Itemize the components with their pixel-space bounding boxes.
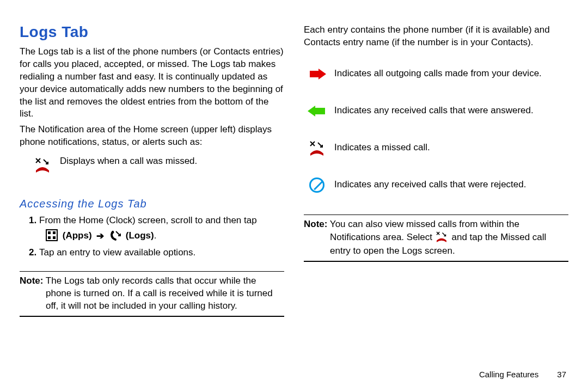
svg-rect-1 (48, 231, 51, 234)
note-divider-bottom (20, 316, 284, 317)
page-footer: Calling Features 37 (479, 369, 566, 380)
intro-paragraphs: The Logs tab is a list of the phone numb… (20, 46, 284, 152)
note-mid-a: Notifications area. Select (330, 232, 435, 242)
manual-page: Logs Tab The Logs tab is a list of the p… (0, 0, 588, 392)
received-text: Indicates any received calls that were a… (334, 105, 534, 117)
svg-rect-4 (53, 236, 56, 239)
left-column: Logs Tab The Logs tab is a list of the p… (20, 22, 284, 379)
paragraph: The Logs tab is a list of the phone numb… (20, 46, 284, 121)
outgoing-text: Indicates all outgoing calls made from y… (334, 68, 542, 80)
svg-rect-2 (53, 231, 56, 234)
missed-call-notification-row: Displays when a call was missed. (33, 155, 284, 175)
rejected-row: Indicates any received calls that were r… (307, 175, 568, 195)
section-heading: Logs Tab (20, 22, 284, 42)
apps-icon (46, 229, 60, 243)
note-block: Note: You can also view missed calls fro… (304, 218, 568, 258)
rejected-text: Indicates any received calls that were r… (334, 179, 526, 191)
right-column: Each entry contains the phone number (if… (304, 22, 568, 379)
svg-rect-3 (48, 236, 51, 239)
step-2: Tap an entry to view available options. (39, 247, 284, 259)
note-block: Note: The Logs tab only records calls th… (20, 275, 284, 313)
note-divider-top (20, 271, 284, 272)
missed-text: Indicates a missed call. (334, 142, 430, 154)
page-number: 37 (557, 370, 566, 379)
note-body: phone is turned on. If a call is receive… (46, 287, 284, 313)
note-first-line: The Logs tab only records calls that occ… (43, 275, 256, 286)
note-label: Note: (304, 219, 327, 229)
period: . (154, 231, 157, 241)
note-mid-line: Notifications area. Select and tap the M… (330, 231, 568, 245)
received-row: Indicates any received calls that were a… (307, 101, 568, 121)
logs-label: (Logs) (126, 231, 154, 241)
steps-list: From the Home (Clock) screen, scroll to … (39, 215, 284, 262)
missed-call-icon (435, 231, 449, 245)
note-first-line: You can also view missed calls from with… (327, 219, 519, 229)
right-intro: Each entry contains the phone number (if… (304, 24, 568, 49)
note-divider-bottom (304, 261, 568, 262)
paragraph: The Notification area of the Home screen… (20, 124, 284, 149)
note-last-line: entry to open the Logs screen. (330, 245, 568, 258)
subsection-heading: Accessing the Logs Tab (20, 197, 284, 211)
step-1: From the Home (Clock) screen, scroll to … (39, 215, 284, 243)
apps-label: (Apps) (63, 231, 92, 241)
missed-call-description: Displays when a call was missed. (60, 155, 197, 168)
note-mid-b: and tap the Missed call (452, 232, 547, 242)
note-label: Note: (20, 275, 43, 286)
rejected-icon (307, 175, 327, 195)
received-arrow-icon (307, 101, 327, 121)
note-divider-top (304, 215, 568, 215)
missed-call-icon (307, 138, 327, 158)
missed-call-icon (33, 155, 52, 175)
outgoing-row: Indicates all outgoing calls made from y… (307, 64, 568, 84)
missed-row: Indicates a missed call. (307, 138, 568, 158)
arrow-icon: ➔ (96, 231, 104, 241)
logs-icon (109, 229, 123, 243)
step-1-path: (Apps) ➔ (Logs). (46, 229, 284, 243)
outgoing-arrow-icon (307, 64, 327, 84)
step-1-text: From the Home (Clock) screen, scroll to … (39, 215, 257, 225)
footer-section: Calling Features (479, 370, 538, 379)
